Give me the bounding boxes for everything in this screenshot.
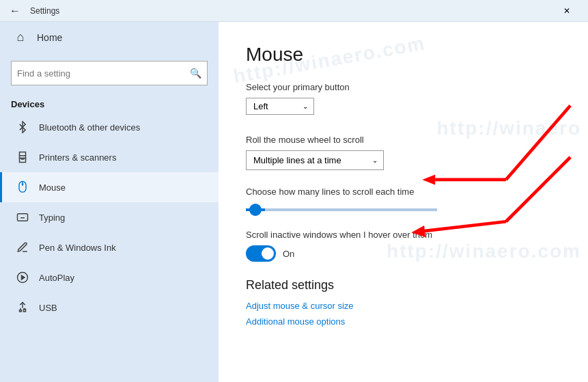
svg-point-5: [22, 183, 24, 185]
lines-slider[interactable]: [246, 208, 437, 211]
scroll-block: Roll the mouse wheel to scroll Multiple …: [246, 135, 561, 184]
inactive-scroll-state: On: [283, 249, 294, 259]
scroll-select[interactable]: Multiple lines at a time One screen at a…: [253, 155, 376, 165]
main-layout: ⌂ Home 🔍 Devices Bluetooth & other devic…: [0, 22, 588, 382]
usb-icon: [13, 301, 32, 314]
bluetooth-label: Bluetooth & other devices: [39, 122, 140, 133]
related-settings-block: Related settings Adjust mouse & cursor s…: [246, 278, 561, 327]
mouse-label: Mouse: [39, 182, 66, 193]
sidebar-item-autoplay[interactable]: AutoPlay: [0, 262, 219, 292]
mouse-icon: [13, 180, 32, 194]
typing-icon: [13, 211, 32, 223]
sidebar-section-label: Devices: [0, 94, 219, 112]
bluetooth-icon: [13, 121, 32, 133]
primary-button-select[interactable]: Left Right: [253, 101, 294, 111]
inactive-scroll-toggle[interactable]: [246, 245, 276, 262]
inactive-scroll-block: Scroll inactive windows when I hover ove…: [246, 230, 561, 262]
primary-button-block: Select your primary button Left Right ⌄: [246, 82, 561, 128]
related-title: Related settings: [246, 278, 561, 292]
scroll-select-wrapper[interactable]: Multiple lines at a time One screen at a…: [246, 150, 384, 170]
close-button[interactable]: ✕: [551, 0, 583, 22]
typing-label: Typing: [39, 213, 65, 223]
pen-icon: [13, 241, 32, 254]
svg-rect-1: [20, 156, 26, 159]
primary-button-label: Select your primary button: [246, 82, 561, 92]
svg-marker-13: [22, 275, 25, 279]
inactive-scroll-toggle-row: On: [246, 245, 561, 262]
sidebar-item-printers[interactable]: Printers & scanners: [0, 142, 219, 172]
primary-button-select-wrapper[interactable]: Left Right ⌄: [246, 98, 314, 115]
sidebar-item-typing[interactable]: Typing: [0, 202, 219, 232]
svg-rect-16: [20, 310, 22, 312]
titlebar: ← Settings ✕: [0, 0, 588, 22]
search-input[interactable]: [17, 68, 190, 79]
page-title: Mouse: [246, 44, 561, 66]
select-arrow-icon: ⌄: [303, 103, 308, 110]
sidebar-item-bluetooth[interactable]: Bluetooth & other devices: [0, 112, 219, 142]
search-icon: 🔍: [190, 68, 201, 79]
additional-mouse-link[interactable]: Additional mouse options: [246, 316, 561, 327]
pen-label: Pen & Windows Ink: [39, 243, 116, 253]
home-icon: ⌂: [11, 30, 30, 44]
usb-label: USB: [39, 303, 57, 313]
home-label: Home: [37, 32, 62, 43]
sidebar-item-mouse[interactable]: Mouse: [0, 172, 219, 202]
titlebar-title: Settings: [30, 6, 59, 16]
autoplay-label: AutoPlay: [39, 273, 74, 283]
sidebar-item-home[interactable]: ⌂ Home: [0, 22, 219, 53]
printers-label: Printers & scanners: [39, 152, 116, 163]
back-button[interactable]: ←: [5, 1, 25, 21]
scroll-label: Roll the mouse wheel to scroll: [246, 135, 561, 145]
sidebar-item-usb[interactable]: USB: [0, 292, 219, 323]
adjust-mouse-link[interactable]: Adjust mouse & cursor size: [246, 301, 561, 311]
sidebar-item-pen[interactable]: Pen & Windows Ink: [0, 232, 219, 262]
inactive-scroll-label: Scroll inactive windows when I hover ove…: [246, 230, 561, 240]
sidebar: ⌂ Home 🔍 Devices Bluetooth & other devic…: [0, 22, 219, 382]
content-area: http://winaero.com http://winaero http:/…: [219, 22, 588, 382]
autoplay-icon: [13, 271, 32, 284]
svg-rect-17: [24, 309, 26, 312]
lines-slider-block: Choose how many lines to scroll each tim…: [246, 187, 561, 213]
printers-icon: [13, 151, 32, 163]
search-box: 🔍: [11, 61, 208, 85]
lines-label: Choose how many lines to scroll each tim…: [246, 187, 561, 197]
